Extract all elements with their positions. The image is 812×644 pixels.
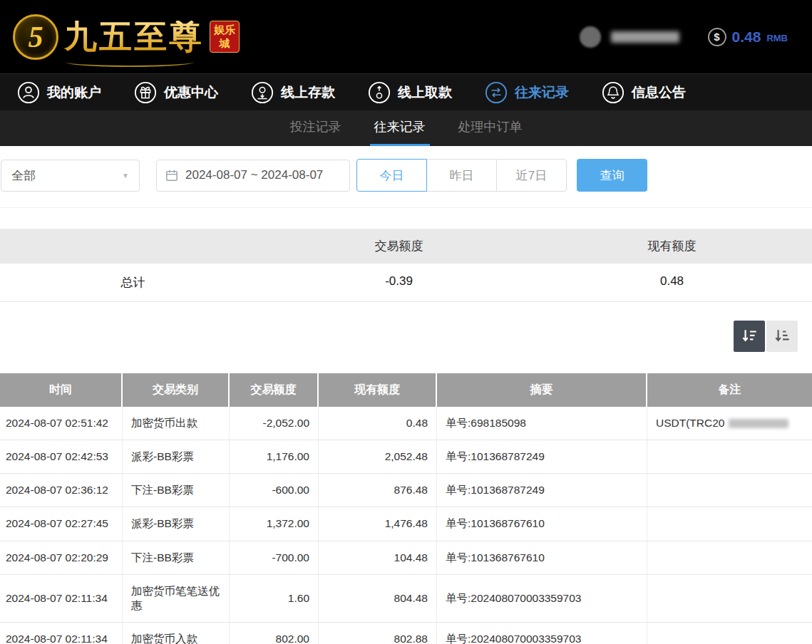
cell-time: 2024-08-07 02:20:29 — [0, 541, 123, 574]
subnav-tabs: 投注记录往来记录处理中订单 — [0, 110, 812, 146]
cell-time: 2024-08-07 02:36:12 — [0, 474, 123, 507]
balance-display[interactable]: $ 0.48 RMB — [708, 28, 788, 46]
nav-item-label: 信息公告 — [632, 83, 686, 102]
quick-range-group: 今日昨日近7日 — [356, 159, 567, 192]
quick-range-1[interactable]: 今日 — [356, 159, 427, 192]
type-select[interactable]: 全部 ▼ — [1, 160, 140, 192]
balance-amount: 0.48 — [732, 28, 761, 46]
table-row: 2024-08-07 02:36:12下注-BB彩票-600.00876.48单… — [0, 474, 812, 507]
cell-balance: 802.88 — [319, 623, 437, 644]
nav-item-label: 线上存款 — [281, 83, 335, 102]
cell-note: USDT(TRC20 — [647, 407, 812, 440]
nav-item-label: 优惠中心 — [164, 83, 218, 102]
table-row: 2024-08-07 02:11:34加密货币入款802.00802.88单号:… — [0, 623, 812, 644]
cell-note — [647, 474, 812, 507]
filter-bar: 全部 ▼ 2024-08-07 ~ 2024-08-07 今日昨日近7日 查询 — [0, 146, 812, 208]
cell-amount: 802.00 — [230, 623, 319, 644]
sort-descending-button[interactable] — [734, 321, 765, 352]
summary-header-balance: 现有额度 — [532, 229, 812, 264]
sort-controls — [0, 302, 812, 373]
cell-time: 2024-08-07 02:51:42 — [0, 407, 123, 440]
summary-total-label: 总计 — [0, 264, 266, 302]
subnav-tab-1[interactable]: 投注记录 — [286, 110, 346, 146]
user-avatar[interactable] — [580, 26, 601, 48]
cell-summary: 单号:698185098 — [437, 407, 647, 440]
logo-text: 九五至尊 — [64, 21, 204, 53]
balance-currency: RMB — [766, 33, 788, 43]
quick-range-3[interactable]: 近7日 — [496, 159, 567, 192]
cell-amount: -700.00 — [230, 541, 319, 574]
cell-type: 加密货币出款 — [123, 407, 230, 440]
subnav-tab-2[interactable]: 往来记录 — [370, 110, 430, 146]
type-select-value: 全部 — [11, 167, 36, 184]
cell-type: 派彩-BB彩票 — [123, 507, 230, 540]
cell-time: 2024-08-07 02:11:34 — [0, 623, 123, 644]
query-button[interactable]: 查询 — [577, 159, 647, 192]
redacted-text — [729, 419, 788, 428]
summary-total-transaction: -0.39 — [266, 264, 532, 302]
sort-ascending-icon — [773, 327, 791, 346]
nav-item-label: 往来记录 — [515, 83, 569, 102]
logo-badge: 娱乐城 — [210, 21, 240, 53]
cell-type: 派彩-BB彩票 — [123, 440, 230, 473]
sort-ascending-button[interactable] — [766, 321, 798, 352]
main-nav: 我的账户优惠中心线上存款线上取款往来记录信息公告 — [0, 73, 812, 110]
sort-descending-icon — [740, 327, 759, 346]
nav-item-1[interactable]: 我的账户 — [17, 81, 101, 104]
cell-balance: 876.48 — [319, 474, 437, 507]
nav-item-label: 线上取款 — [398, 83, 452, 102]
cell-type: 加密货币笔笔送优惠 — [123, 575, 230, 622]
cell-summary: 单号:202408070003359703 — [437, 623, 647, 644]
records-icon — [485, 81, 508, 104]
cell-type: 加密货币入款 — [123, 623, 230, 644]
date-range-value: 2024-08-07 ~ 2024-08-07 — [185, 168, 323, 182]
records-body: 2024-08-07 02:51:42加密货币出款-2,052.000.48单号… — [0, 407, 812, 644]
table-row: 2024-08-07 02:51:42加密货币出款-2,052.000.48单号… — [0, 407, 812, 440]
nav-item-3[interactable]: 线上存款 — [251, 81, 335, 104]
calendar-icon — [165, 169, 178, 182]
records-col-header-5: 摘要 — [437, 373, 647, 407]
cell-balance: 0.48 — [319, 407, 437, 440]
cell-amount: -600.00 — [230, 474, 319, 507]
cell-time: 2024-08-07 02:42:53 — [0, 440, 123, 473]
records-header: 时间交易类别交易额度现有额度摘要备注 — [0, 373, 812, 407]
cell-amount: 1.60 — [230, 575, 319, 622]
nav-item-4[interactable]: 线上取款 — [368, 81, 452, 104]
cell-type: 下注-BB彩票 — [123, 541, 230, 574]
cell-note — [647, 575, 812, 622]
summary-total-balance: 0.48 — [532, 264, 812, 302]
bell-icon — [602, 81, 625, 104]
nav-item-6[interactable]: 信息公告 — [602, 81, 686, 104]
cell-summary: 单号:202408070003359703 — [437, 575, 647, 622]
deposit-icon — [251, 81, 274, 104]
gift-icon — [134, 81, 157, 104]
username-redacted — [611, 31, 679, 43]
cell-note — [647, 507, 812, 540]
nav-item-5[interactable]: 往来记录 — [485, 81, 569, 104]
site-logo[interactable]: 5 九五至尊 娱乐城 — [13, 14, 240, 60]
summary-header-row: 交易额度 现有额度 — [0, 229, 812, 264]
quick-range-2[interactable]: 昨日 — [426, 159, 497, 192]
records-col-header-3: 交易额度 — [230, 373, 319, 407]
records-col-header-4: 现有额度 — [319, 373, 437, 407]
dollar-coin-icon: $ — [708, 28, 726, 46]
top-header: 5 九五至尊 娱乐城 $ 0.48 RMB — [0, 0, 812, 73]
withdraw-icon — [368, 81, 391, 104]
table-row: 2024-08-07 02:11:34加密货币笔笔送优惠1.60804.48单号… — [0, 575, 812, 623]
subnav-tab-3[interactable]: 处理中订单 — [454, 110, 527, 146]
records-col-header-1: 时间 — [0, 373, 123, 407]
cell-type: 下注-BB彩票 — [123, 474, 230, 507]
logo-coin-icon: 5 — [13, 14, 58, 60]
nav-item-2[interactable]: 优惠中心 — [134, 81, 218, 104]
cell-summary: 单号:101368767610 — [437, 541, 647, 574]
user-icon — [17, 81, 40, 104]
table-row: 2024-08-07 02:42:53派彩-BB彩票1,176.002,052.… — [0, 440, 812, 474]
cell-amount: -2,052.00 — [230, 407, 319, 440]
table-row: 2024-08-07 02:27:45派彩-BB彩票1,372.001,476.… — [0, 507, 812, 541]
summary-header-transaction: 交易额度 — [266, 229, 532, 264]
date-range-input[interactable]: 2024-08-07 ~ 2024-08-07 — [156, 160, 350, 192]
cell-balance: 104.48 — [319, 541, 437, 574]
cell-balance: 804.48 — [319, 575, 437, 622]
records-col-header-2: 交易类别 — [123, 373, 230, 407]
cell-amount: 1,372.00 — [230, 507, 319, 540]
